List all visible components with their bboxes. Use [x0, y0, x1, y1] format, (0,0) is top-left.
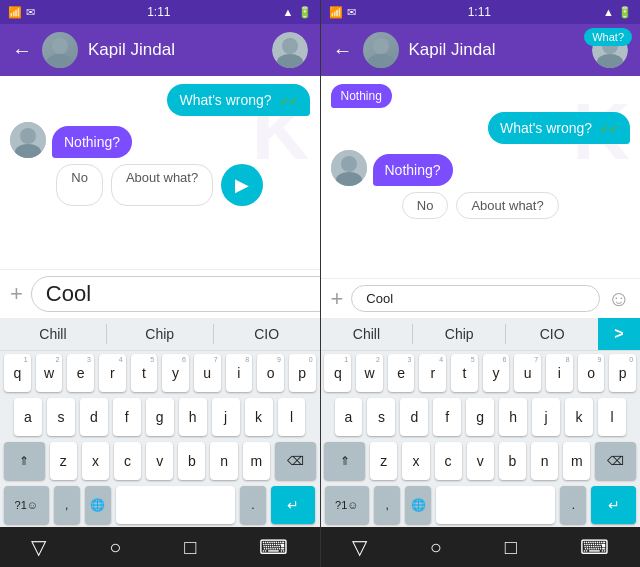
right-key-s[interactable]: s [367, 398, 395, 436]
right-key-m[interactable]: m [563, 442, 590, 480]
key-d[interactable]: d [80, 398, 108, 436]
left-autocomplete-2[interactable]: CIO [213, 324, 320, 344]
right-nav-recent[interactable]: □ [505, 536, 517, 559]
key-r[interactable]: 4r [99, 354, 126, 392]
right-key-l[interactable]: l [598, 398, 626, 436]
left-attach-button[interactable]: + [10, 281, 23, 307]
key-o[interactable]: 9o [257, 354, 284, 392]
right-key-c[interactable]: c [435, 442, 462, 480]
svg-point-1 [47, 54, 73, 68]
right-nav-keyboard[interactable]: ⌨ [580, 535, 609, 559]
key-q[interactable]: 1q [4, 354, 31, 392]
key-v[interactable]: v [146, 442, 173, 480]
key-f[interactable]: f [113, 398, 141, 436]
right-key-n[interactable]: n [531, 442, 558, 480]
key-a[interactable]: a [14, 398, 42, 436]
right-key-space[interactable] [436, 486, 555, 524]
right-key-enter[interactable]: ↵ [591, 486, 636, 524]
left-nav-recent[interactable]: □ [184, 536, 196, 559]
key-p[interactable]: 0p [289, 354, 316, 392]
key-comma[interactable]: , [54, 486, 80, 524]
right-key-a[interactable]: a [335, 398, 363, 436]
left-chip-about[interactable]: About what? [111, 164, 213, 206]
right-key-b[interactable]: b [499, 442, 526, 480]
right-autocomplete-0[interactable]: Chill [321, 324, 413, 344]
key-globe[interactable]: 🌐 [85, 486, 111, 524]
left-nav-keyboard[interactable]: ⌨ [259, 535, 288, 559]
right-key-dot[interactable]: . [560, 486, 586, 524]
right-back-button[interactable]: ← [333, 39, 353, 62]
right-key-i[interactable]: 8i [546, 354, 573, 392]
right-key-y[interactable]: 6y [483, 354, 510, 392]
left-autocomplete-0[interactable]: Chill [0, 324, 106, 344]
key-y[interactable]: 6y [162, 354, 189, 392]
right-key-globe[interactable]: 🌐 [405, 486, 431, 524]
left-nav-home[interactable]: ○ [109, 536, 121, 559]
key-c[interactable]: c [114, 442, 141, 480]
left-time: 1:11 [147, 5, 170, 19]
right-key-delete[interactable]: ⌫ [595, 442, 636, 480]
left-nav-back[interactable]: ▽ [31, 535, 46, 559]
key-i[interactable]: 8i [226, 354, 253, 392]
key-s[interactable]: s [47, 398, 75, 436]
key-t[interactable]: 5t [131, 354, 158, 392]
right-nav-back[interactable]: ▽ [352, 535, 367, 559]
key-delete[interactable]: ⌫ [275, 442, 316, 480]
right-key-g[interactable]: g [466, 398, 494, 436]
key-dot[interactable]: . [240, 486, 266, 524]
right-autocomplete-1[interactable]: Chip [412, 324, 505, 344]
left-status-bar: 📶 ✉ 1:11 ▲ 🔋 [0, 0, 320, 24]
right-key-u[interactable]: 7u [514, 354, 541, 392]
right-key-shift[interactable]: ⇑ [324, 442, 365, 480]
key-h[interactable]: h [179, 398, 207, 436]
right-autocomplete-2[interactable]: CIO [505, 324, 598, 344]
right-key-k[interactable]: k [565, 398, 593, 436]
key-n[interactable]: n [210, 442, 237, 480]
key-z[interactable]: z [50, 442, 77, 480]
right-key-e[interactable]: 3e [388, 354, 415, 392]
left-bubble-recv-1: Nothing? [52, 126, 132, 158]
right-key-r[interactable]: 4r [419, 354, 446, 392]
key-w[interactable]: 2w [36, 354, 63, 392]
key-symbols[interactable]: ?1☺ [4, 486, 49, 524]
right-key-p[interactable]: 0p [609, 354, 636, 392]
right-key-o[interactable]: 9o [578, 354, 605, 392]
right-key-f[interactable]: f [433, 398, 461, 436]
right-nav-home[interactable]: ○ [430, 536, 442, 559]
right-chip-about[interactable]: About what? [456, 192, 558, 219]
key-j[interactable]: j [212, 398, 240, 436]
right-message-input[interactable] [351, 285, 599, 312]
right-key-x[interactable]: x [402, 442, 429, 480]
key-l[interactable]: l [278, 398, 306, 436]
left-chip-no[interactable]: No [56, 164, 103, 206]
key-enter[interactable]: ↵ [271, 486, 316, 524]
key-b[interactable]: b [178, 442, 205, 480]
left-message-input[interactable] [31, 276, 320, 312]
right-key-t[interactable]: 5t [451, 354, 478, 392]
right-chip-no[interactable]: No [402, 192, 449, 219]
right-key-z[interactable]: z [370, 442, 397, 480]
key-k[interactable]: k [245, 398, 273, 436]
right-key-d[interactable]: d [400, 398, 428, 436]
key-x[interactable]: x [82, 442, 109, 480]
left-autocomplete-1[interactable]: Chip [106, 324, 213, 344]
right-key-comma[interactable]: , [374, 486, 400, 524]
key-g[interactable]: g [146, 398, 174, 436]
key-u[interactable]: 7u [194, 354, 221, 392]
key-m[interactable]: m [243, 442, 270, 480]
right-attach-button[interactable]: + [331, 286, 344, 312]
right-key-symbols[interactable]: ?1☺ [325, 486, 370, 524]
key-space[interactable] [116, 486, 235, 524]
right-key-q[interactable]: 1q [324, 354, 351, 392]
left-user-avatar[interactable] [272, 32, 308, 68]
right-emoji-button[interactable]: ☺ [608, 286, 630, 312]
left-back-button[interactable]: ← [12, 39, 32, 62]
right-key-j[interactable]: j [532, 398, 560, 436]
right-bubble-recv-0: Nothing [331, 84, 392, 108]
key-shift[interactable]: ⇑ [4, 442, 45, 480]
right-send-button[interactable]: > [598, 318, 640, 350]
right-key-w[interactable]: 2w [356, 354, 383, 392]
right-key-v[interactable]: v [467, 442, 494, 480]
right-key-h[interactable]: h [499, 398, 527, 436]
key-e[interactable]: 3e [67, 354, 94, 392]
